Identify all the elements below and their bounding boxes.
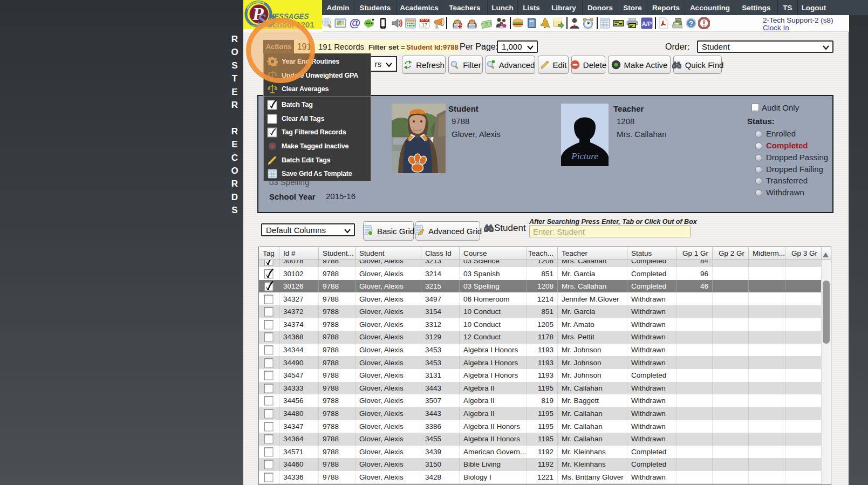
menu-item-tag-filtered-records[interactable]: Tag Filtered Records	[264, 125, 371, 139]
menu-item-year-end-routines[interactable]: Year End Routines	[264, 54, 371, 69]
spreadsheet-icon[interactable]	[599, 17, 611, 29]
grid-scrollbar[interactable]	[821, 260, 831, 484]
column-header-student[interactable]: Student	[356, 247, 421, 259]
nav-item-teachers[interactable]: Teachers	[442, 0, 488, 15]
tickets-icon[interactable]	[481, 17, 493, 29]
table-row[interactable]: 343749788Glover, Alexis331210 Conduct120…	[259, 318, 831, 331]
table-row[interactable]: 343279788Glover, Alexis349706 Homeroom12…	[259, 292, 831, 305]
column-header-teach-[interactable]: Teach...	[527, 247, 558, 259]
status-radio-dropped-passing[interactable]	[755, 154, 762, 161]
scroll-up-icon[interactable]	[822, 250, 829, 260]
staff-icon[interactable]	[569, 17, 580, 29]
column-header-midterm-[interactable]: Midterm...	[749, 247, 785, 259]
actions-button[interactable]: Actions	[263, 40, 294, 53]
nav-item-logout[interactable]: Logout	[798, 0, 830, 15]
edit-button[interactable]: Edit	[538, 56, 569, 74]
lunch-icon[interactable]	[512, 17, 524, 29]
row-checkbox[interactable]	[259, 446, 279, 459]
row-checkbox-checked[interactable]	[259, 267, 279, 280]
row-checkbox[interactable]	[259, 356, 279, 369]
table-row[interactable]: 301029788Glover, Alexis321403 Spanish851…	[259, 267, 831, 280]
status-radio-transferred[interactable]	[755, 177, 762, 185]
menu-item-make-tagged-inactive[interactable]: Make Tagged Inactive	[264, 139, 371, 153]
note-forward-icon[interactable]	[552, 17, 564, 29]
column-header-gp-1-gr[interactable]: Gp 1 Gr	[677, 247, 713, 259]
row-checkbox-checked[interactable]	[259, 280, 279, 293]
ap-icon[interactable]: A/P	[641, 17, 653, 29]
nav-item-ts[interactable]: TS	[778, 0, 798, 15]
basic-grid-button[interactable]: Basic Grid	[363, 221, 414, 241]
clock-in-link[interactable]: Clock In	[763, 24, 789, 31]
gradebook-icon[interactable]	[525, 17, 537, 29]
megaphone-icon[interactable]	[433, 17, 445, 29]
column-header-student-[interactable]: Student...	[319, 247, 356, 259]
row-checkbox[interactable]	[259, 318, 279, 331]
advanced-button[interactable]: Advanced	[486, 56, 535, 74]
nav-item-library[interactable]: Library	[545, 0, 583, 15]
search-icon[interactable]	[322, 17, 333, 29]
table-row[interactable]: 343649788Glover, Alexis3455Algebra II Ho…	[259, 433, 831, 446]
nav-item-academics[interactable]: Academics	[397, 0, 442, 15]
row-checkbox[interactable]	[259, 394, 279, 407]
table-row[interactable]: 344609788Glover, Alexis3150Bible Living1…	[259, 458, 831, 471]
row-checkbox[interactable]	[259, 458, 279, 471]
nav-item-accounting[interactable]: Accounting	[685, 0, 735, 15]
nav-item-donors[interactable]: Donors	[583, 0, 618, 15]
table-row[interactable]: 343339788Glover, Alexis3443Algebra II119…	[259, 382, 831, 395]
table-row[interactable]: 343729788Glover, Alexis315410 Conduct851…	[259, 305, 831, 318]
email-at-icon[interactable]: @	[349, 17, 361, 29]
column-header-class-id[interactable]: Class Id	[421, 247, 460, 259]
nav-item-store[interactable]: Store	[618, 0, 647, 15]
pdf-icon[interactable]	[658, 17, 669, 29]
menu-item-clear-averages[interactable]: Clear Averages	[264, 82, 371, 96]
table-row[interactable]: 301269788Glover, Alexis321503 Spelling12…	[259, 280, 831, 293]
delete-button[interactable]: Delete	[571, 56, 605, 74]
table-row[interactable]: 344809788Glover, Alexis3443Algebra II119…	[259, 407, 831, 420]
parent-icon[interactable]	[466, 17, 478, 29]
advanced-grid-button[interactable]: Advanced Grid	[415, 221, 480, 241]
table-row[interactable]: 343369788Glover, Alexis3428Biology I1221…	[259, 471, 831, 484]
column-header-status[interactable]: Status	[627, 247, 677, 259]
announcement-speaker-icon[interactable]	[391, 17, 403, 29]
row-checkbox[interactable]	[259, 420, 279, 433]
mobile-phone-icon[interactable]	[377, 17, 389, 29]
column-header-course[interactable]: Course	[460, 247, 527, 259]
nav-item-admin[interactable]: Admin	[322, 0, 354, 15]
table-row[interactable]: 343479788Glover, Alexis3386Algebra II Ho…	[259, 420, 831, 433]
chat-bubble-icon[interactable]	[364, 17, 375, 29]
column-header-tag[interactable]: Tag	[259, 247, 279, 259]
column-header-teacher[interactable]: Teacher	[558, 247, 627, 259]
quick-find-button[interactable]: Quick Find	[673, 56, 722, 74]
refresh-button[interactable]: Refresh	[402, 56, 446, 74]
nav-item-students[interactable]: Students	[354, 0, 397, 15]
nav-item-settings[interactable]: Settings	[735, 0, 778, 15]
row-checkbox[interactable]	[259, 292, 279, 305]
nav-item-lunch[interactable]: Lunch	[488, 0, 518, 15]
status-radio-enrolled[interactable]	[755, 131, 762, 138]
check-icon[interactable]	[612, 17, 624, 29]
menu-item-clear-all-tags[interactable]: Clear All Tags	[264, 112, 371, 126]
column-header-gp-2-gr[interactable]: Gp 2 Gr	[713, 247, 749, 259]
menu-item-update-unweighted-gpa[interactable]: Update Unweighted GPA	[264, 69, 371, 83]
column-header-id-[interactable]: Id #	[279, 247, 319, 259]
menu-item-save-grid-as-template[interactable]: Save Grid As Template	[264, 167, 371, 181]
help-icon[interactable]: ?	[685, 17, 697, 29]
menu-item-batch-edit-tags[interactable]: Batch Edit Tags	[264, 153, 371, 167]
filter-button[interactable]: Filter	[448, 56, 483, 74]
row-checkbox[interactable]	[259, 382, 279, 395]
calendar-day-icon[interactable]: 17	[419, 17, 430, 29]
nav-item-lists[interactable]: Lists	[518, 0, 545, 15]
row-checkbox[interactable]	[259, 407, 279, 420]
status-radio-dropped-failing[interactable]	[755, 166, 762, 173]
row-checkbox[interactable]	[259, 344, 279, 357]
calendar-grid-icon[interactable]	[334, 17, 346, 29]
row-checkbox[interactable]	[259, 433, 279, 446]
make-active-button[interactable]: Make Active	[608, 56, 671, 74]
row-checkbox[interactable]	[259, 471, 279, 484]
cash-register-icon[interactable]	[671, 17, 683, 29]
audit-only-checkbox[interactable]	[751, 104, 759, 111]
nav-item-reports[interactable]: Reports	[647, 0, 685, 15]
table-row[interactable]: 343449788Glover, Alexis3453Algebra I Hon…	[259, 344, 831, 357]
row-checkbox[interactable]	[259, 369, 279, 382]
order-select[interactable]: Student	[697, 40, 833, 53]
